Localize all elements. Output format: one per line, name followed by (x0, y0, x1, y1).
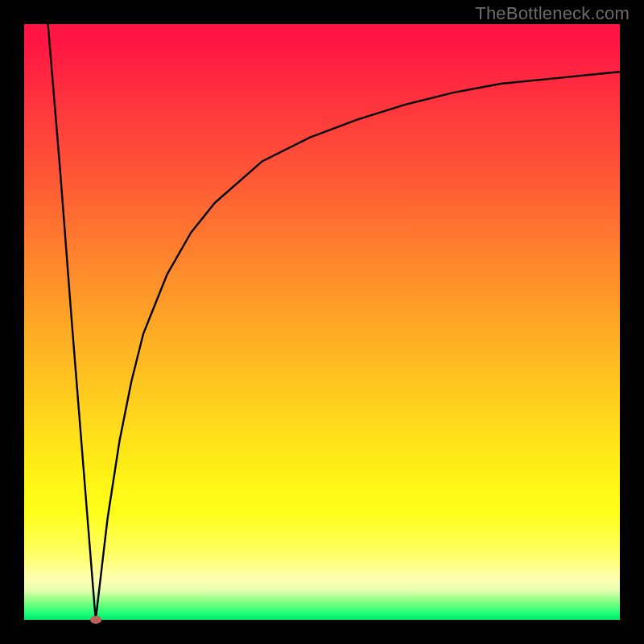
chart-frame: TheBottleneck.com (0, 0, 644, 644)
plot-area (24, 24, 620, 620)
watermark-text: TheBottleneck.com (475, 3, 630, 24)
bottleneck-curve (48, 24, 620, 620)
curve-layer (24, 24, 620, 620)
vertex-marker (90, 616, 101, 624)
